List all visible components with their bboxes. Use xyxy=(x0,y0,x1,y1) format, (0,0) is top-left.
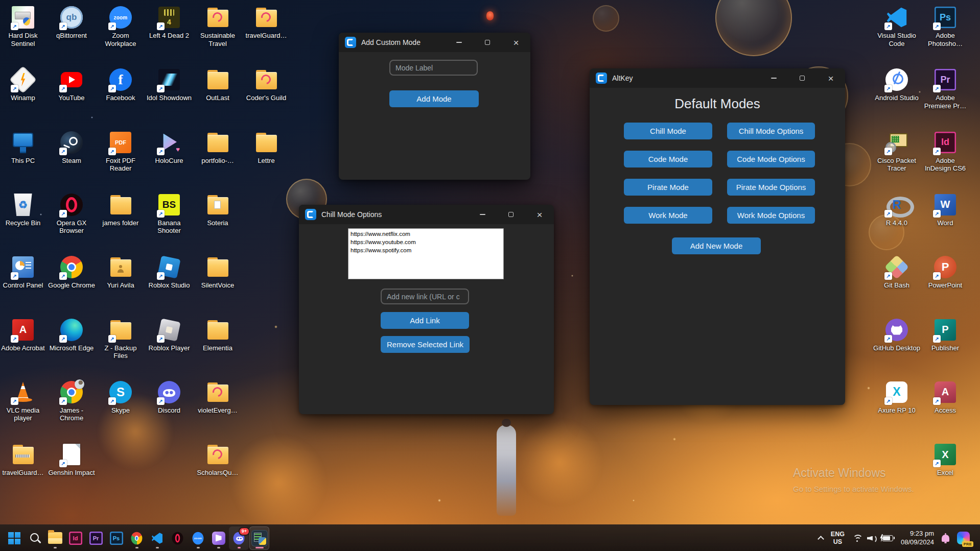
desktop-icon-coder-s-guild[interactable]: Coder's Guild xyxy=(243,67,290,102)
links-listbox[interactable]: https://www.netflix.comhttps://www.youtu… xyxy=(348,228,504,279)
minimize-button[interactable] xyxy=(468,205,497,224)
desktop-icon-zoom-workplace[interactable]: zoom↗Zoom Workplace xyxy=(97,5,144,47)
desktop-icon-axure-rp-10[interactable]: X↗Axure RP 10 xyxy=(873,380,920,415)
desktop-icon-elementia[interactable]: Elementia xyxy=(194,318,241,352)
desktop-icon-z-backup-files[interactable]: ↗Z - Backup Files xyxy=(97,318,144,360)
taskbar-search-button[interactable] xyxy=(25,526,44,550)
taskbar-vscode-icon[interactable] xyxy=(147,526,167,550)
altkey-pirate-mode-button[interactable]: Pirate Mode xyxy=(624,179,712,196)
desktop-icon-discord[interactable]: ↗Discord xyxy=(146,380,193,415)
desktop-icon-hard-disk-sentinel[interactable]: ↗Hard Disk Sentinel xyxy=(0,5,46,47)
tray-chevron-up-icon[interactable] xyxy=(818,536,824,542)
desktop-icon-excel[interactable]: X↗Excel xyxy=(922,442,969,477)
taskbar-python-altkey-icon[interactable] xyxy=(249,526,269,550)
desktop-icon-james-chrome[interactable]: ↗James - Chrome xyxy=(48,380,95,422)
add-link-input[interactable] xyxy=(381,289,469,304)
desktop-icon-yuri-avila[interactable]: Yuri Avila xyxy=(97,255,144,290)
altkey-work-mode-options-button[interactable]: Work Mode Options xyxy=(727,207,815,224)
notification-bell-icon[interactable] xyxy=(942,535,949,542)
desktop-icon-lettre[interactable]: Lettre xyxy=(243,130,290,165)
altkey-pirate-mode-options-button[interactable]: Pirate Mode Options xyxy=(727,179,815,196)
close-button[interactable]: × xyxy=(816,68,845,88)
desktop-icon-portfolio[interactable]: portfolio-… xyxy=(194,130,241,165)
maximize-button[interactable] xyxy=(788,68,816,88)
taskbar-file-explorer-icon[interactable] xyxy=(45,526,65,550)
taskbar-start-button[interactable] xyxy=(4,526,24,550)
desktop-icon-roblox-studio[interactable]: ↗Roblox Studio xyxy=(146,255,193,290)
desktop-icon-r-4-4-0[interactable]: R↗R 4.4.0 xyxy=(873,193,920,227)
add-link-button[interactable]: Add Link xyxy=(381,312,469,329)
desktop-icon-visual-studio-code[interactable]: ↗Visual Studio Code xyxy=(873,5,920,47)
desktop-icon-outlast[interactable]: OutLast xyxy=(194,67,241,102)
desktop-icon-word[interactable]: W↗Word xyxy=(922,193,969,227)
taskbar-zoom-icon[interactable]: zoom xyxy=(188,526,208,550)
altkey-chill-mode-options-button[interactable]: Chill Mode Options xyxy=(727,123,815,139)
desktop-icon-violeteverg[interactable]: violetEverg… xyxy=(194,380,241,415)
desktop-icon-control-panel[interactable]: ↗Control Panel xyxy=(0,255,46,290)
desktop-icon-adobe-photosho[interactable]: Ps↗Adobe Photosho… xyxy=(922,5,969,47)
desktop-icon-opera-gx-browser[interactable]: ↗Opera GX Browser xyxy=(48,193,95,235)
desktop-icon-banana-shooter[interactable]: BS↗Banana Shooter xyxy=(146,193,193,235)
desktop-icon-android-studio[interactable]: ↗Android Studio xyxy=(873,67,920,102)
desktop-icon-access[interactable]: A↗Access xyxy=(922,380,969,415)
desktop-icon-scholarsqu[interactable]: ScholarsQu… xyxy=(194,442,241,477)
link-item[interactable]: https://www.netflix.com xyxy=(348,230,503,238)
desktop-icon-adobe-acrobat[interactable]: A↗Adobe Acrobat xyxy=(0,318,46,352)
mode-label-input[interactable] xyxy=(389,60,478,76)
desktop-icon-this-pc[interactable]: This PC xyxy=(0,130,46,165)
altkey-chill-mode-button[interactable]: Chill Mode xyxy=(624,123,712,139)
add-new-mode-button[interactable]: Add New Mode xyxy=(672,237,761,254)
desktop-icon-winamp[interactable]: ↗Winamp xyxy=(0,67,46,102)
desktop-icon-facebook[interactable]: f↗Facebook xyxy=(97,67,144,102)
desktop-icon-cisco-packet-tracer[interactable]: ↗Cisco Packet Tracer xyxy=(873,130,920,173)
desktop-icon-git-bash[interactable]: ↗Git Bash xyxy=(873,255,920,290)
close-button[interactable]: × xyxy=(525,205,554,224)
link-item[interactable]: https://www.youtube.com xyxy=(348,238,503,246)
desktop-icon-left-4-dead-2[interactable]: 4↗Left 4 Dead 2 xyxy=(146,5,193,40)
desktop-icon-google-chrome[interactable]: ↗Google Chrome xyxy=(48,255,95,290)
desktop-icon-sustainable-travel[interactable]: Sustainable Travel xyxy=(194,5,241,47)
add-mode-button[interactable]: Add Mode xyxy=(389,90,479,107)
desktop-icon-roblox-player[interactable]: ↗Roblox Player xyxy=(146,318,193,352)
maximize-button[interactable] xyxy=(473,33,502,52)
desktop-icon-vlc-media-player[interactable]: ↗VLC media player xyxy=(0,380,46,422)
taskbar-indesign-icon[interactable]: Id xyxy=(65,526,85,550)
maximize-button[interactable] xyxy=(497,205,525,224)
altkey-work-mode-button[interactable]: Work Mode xyxy=(624,207,712,224)
desktop-icon-adobe-premiere-pr[interactable]: Pr↗Adobe Premiere Pr… xyxy=(922,67,969,110)
minimize-button[interactable] xyxy=(759,68,788,88)
desktop-icon-youtube[interactable]: ↗YouTube xyxy=(48,67,95,102)
desktop-icon-powerpoint[interactable]: P↗PowerPoint xyxy=(922,255,969,290)
tray-status-icons[interactable] xyxy=(852,534,893,542)
desktop-icon-holocure[interactable]: ↗HoloCure xyxy=(146,130,193,165)
taskbar-clipchamp-icon[interactable] xyxy=(208,526,228,550)
remove-selected-link-button[interactable]: Remove Selected Link xyxy=(381,336,470,353)
desktop-icon-qbittorrent[interactable]: qb↗qBittorrent xyxy=(48,5,95,40)
minimize-button[interactable] xyxy=(445,33,473,52)
desktop-icon-silentvoice[interactable]: SilentVoice xyxy=(194,255,241,290)
desktop-icon-recycle-bin[interactable]: ♻Recycle Bin xyxy=(0,193,46,227)
desktop-icon-publisher[interactable]: P↗Publisher xyxy=(922,318,969,352)
taskbar-discord-icon[interactable]: 9+ xyxy=(229,526,249,550)
close-button[interactable]: × xyxy=(502,33,530,52)
taskbar-premiere-icon[interactable]: Pr xyxy=(86,526,106,550)
altkey-code-mode-button[interactable]: Code Mode xyxy=(624,151,712,167)
desktop-icon-travelguard[interactable]: travelGuard… xyxy=(0,442,46,477)
language-indicator[interactable]: ENG US xyxy=(831,531,845,546)
desktop-icon-steam[interactable]: ↗Steam xyxy=(48,130,95,165)
desktop-icon-idol-showdown[interactable]: ↗Idol Showdown xyxy=(146,67,193,102)
desktop-icon-github-desktop[interactable]: ↗GitHub Desktop xyxy=(873,318,920,352)
desktop-icon-james-folder[interactable]: james folder xyxy=(97,193,144,227)
desktop-icon-microsoft-edge[interactable]: ↗Microsoft Edge xyxy=(48,318,95,352)
taskbar-chrome-icon[interactable] xyxy=(127,526,147,550)
copilot-icon[interactable]: PRE xyxy=(957,532,970,544)
desktop-icon-travelguard[interactable]: travelGuard… xyxy=(243,5,290,40)
link-item[interactable]: https://www.spotify.com xyxy=(348,246,503,254)
desktop-icon-adobe-indesign-cs6[interactable]: Id↗Adobe InDesign CS6 xyxy=(922,130,969,173)
taskbar-photoshop-icon[interactable]: Ps xyxy=(106,526,126,550)
desktop-icon-soteria[interactable]: Soteria xyxy=(194,193,241,227)
desktop-icon-genshin-impact[interactable]: ↗Genshin Impact xyxy=(48,442,95,477)
desktop-icon-foxit-pdf-reader[interactable]: PDF↗Foxit PDF Reader xyxy=(97,130,144,173)
desktop-icon-skype[interactable]: S↗Skype xyxy=(97,380,144,415)
clock[interactable]: 9:23 pm 08/09/2024 xyxy=(901,530,934,547)
